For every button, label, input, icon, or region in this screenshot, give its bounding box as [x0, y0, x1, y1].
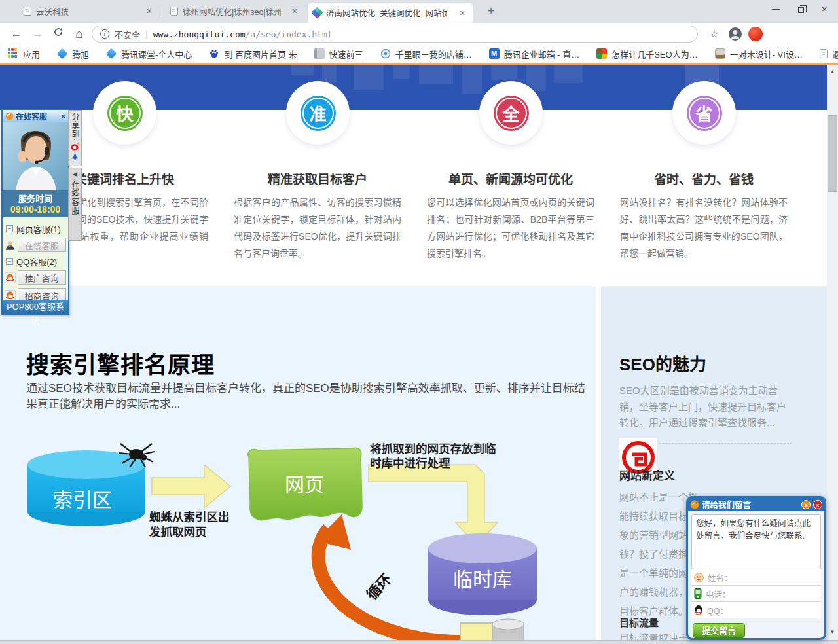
pop800-footer[interactable]: POP800客服系统	[3, 300, 68, 313]
address-divider: |	[145, 29, 148, 39]
clock-icon	[380, 48, 391, 59]
tencent-diamond-icon	[106, 48, 117, 60]
window-close-button[interactable]: ×	[814, 1, 834, 18]
gray-box	[492, 619, 524, 640]
share-widget: 分享到·	[68, 110, 82, 166]
bookmark-label: 一对木设计- VI设…	[730, 48, 803, 60]
scrollbar-thumb[interactable]	[828, 115, 837, 192]
banner-decoration	[462, 65, 482, 94]
tab-title: 徐州网站优化|徐州seo|徐州网站	[183, 5, 281, 18]
save-badge-icon: 省	[687, 96, 722, 131]
collapse-arrow-icon: ◀	[73, 171, 77, 177]
tab-xuzhou[interactable]: 徐州网站优化|徐州seo|徐州网站 ×	[165, 0, 305, 22]
message-popup-title: 请给我们留言	[702, 498, 799, 510]
precise-badge-icon: 准	[301, 96, 336, 131]
store-caption-line1: 将抓取到的网页存放到临	[370, 442, 496, 456]
bookmark-label: 千里眼－我的店铺…	[395, 48, 472, 60]
qq-field[interactable]: QQ：	[691, 602, 821, 618]
tab-jinan-active[interactable]: 济南网站优化_关键词优化_网站优 ×	[308, 3, 473, 23]
qq-icon	[5, 272, 16, 283]
bookmark-kuaisu[interactable]: 快速前三	[314, 48, 363, 60]
url-host: www.zhongqitui.com	[153, 29, 246, 39]
bookmark-label: 腾讯企业邮箱 - 直…	[504, 48, 580, 60]
renren-icon[interactable]	[71, 152, 79, 161]
collapse-minus-icon[interactable]: −	[6, 258, 13, 265]
scroll-down-icon[interactable]: ▼	[827, 629, 838, 635]
scroll-up-icon[interactable]: ▲	[827, 69, 838, 75]
new-tab-button[interactable]: +	[483, 3, 500, 20]
url-path: /a/seo/index.html	[246, 29, 333, 39]
profile-avatar-icon[interactable]	[728, 27, 742, 41]
feature-circle-precise: 准	[286, 81, 350, 145]
banner-decoration	[491, 65, 517, 80]
address-bar[interactable]: i 不安全 | www.zhongqitui.com/a/seo/index.h…	[92, 26, 698, 43]
apps-grid-icon	[8, 48, 18, 59]
submit-message-button[interactable]: 提交留言	[693, 623, 745, 638]
bookmark-qianliyan[interactable]: 千里眼－我的店铺…	[380, 48, 472, 60]
bookmark-baidu-images[interactable]: 到 百度图片首页 来	[209, 48, 297, 60]
qq-promo-button[interactable]: 推广咨询	[18, 270, 66, 285]
group-label: 网页客服(1)	[16, 223, 61, 235]
online-service-button[interactable]: 在线客服	[18, 238, 66, 252]
spider-caption-line1: 蜘蛛从索引区出	[149, 510, 230, 524]
name-field[interactable]: 姓名：	[691, 569, 821, 586]
banner-decoration	[291, 65, 314, 75]
online-service-row[interactable]: 在线客服	[5, 238, 66, 252]
bookmark-design[interactable]: 一对木设计- VI设…	[715, 48, 803, 60]
home-button[interactable]: ⌂	[71, 26, 88, 43]
message-popup: 请给我们留言 ▾ × 您好，如果您有什么疑问请点此处留言，我们会尽快与您联系. …	[686, 496, 826, 640]
web-service-group[interactable]: − 网页客服(1)	[6, 223, 66, 235]
reload-button[interactable]	[50, 26, 67, 43]
tab-yunwo[interactable]: 云沃科技 ×	[18, 0, 160, 22]
restore-icon	[798, 7, 804, 13]
qq-promo-row[interactable]: 推广咨询	[5, 270, 66, 285]
bookmark-tengxu[interactable]: 腾旭	[57, 48, 89, 60]
weibo-icon[interactable]	[71, 143, 80, 151]
service-hours: 服务时间 09:00-18:00	[3, 190, 68, 217]
browser-menu-button[interactable]	[748, 27, 763, 41]
reload-icon	[53, 27, 64, 37]
url-text: www.zhongqitui.com/a/seo/index.html	[153, 29, 333, 39]
bookmark-label: 快速前三	[329, 48, 363, 60]
bookmark-apps[interactable]: 应用	[8, 48, 40, 60]
tab-close-icon[interactable]: ×	[457, 8, 467, 18]
banner-decoration	[419, 65, 453, 84]
service-panel-close-icon[interactable]: ×	[61, 112, 65, 121]
feature-circle-save: 省	[672, 81, 736, 145]
name-label: 姓名：	[708, 571, 733, 584]
service-panel-titlebar[interactable]: 在线客服 ×	[3, 110, 68, 122]
sidebar-paragraph-seo: SEO大区别是由被动营销变为主动营销，坐等客户上门，快速提升目标客户转化。用户通…	[619, 383, 795, 431]
bookmark-label: 腾旭	[72, 48, 89, 60]
bookmark-exmail[interactable]: M 腾讯企业邮箱 - 直…	[489, 48, 580, 60]
collapse-minus-icon[interactable]: −	[6, 225, 13, 232]
message-popup-titlebar[interactable]: 请给我们留言 ▾ ×	[688, 497, 824, 511]
tab-separator	[162, 7, 162, 16]
info-icon[interactable]: i	[100, 29, 109, 39]
window-minimize-button[interactable]: —	[766, 1, 786, 18]
banner-decoration	[393, 65, 410, 79]
banner-decoration	[354, 65, 384, 90]
forward-button[interactable]: →	[29, 26, 46, 43]
online-service-tab[interactable]: ◀ 在线客服	[68, 168, 82, 241]
webpage-label: 网页	[285, 474, 324, 495]
baidu-paw-icon	[209, 48, 219, 59]
person-face-icon	[694, 573, 704, 582]
page-scrollbar[interactable]: ▲ ▼	[827, 65, 838, 640]
tab-close-icon[interactable]: ×	[289, 6, 300, 16]
bookmark-seo-article[interactable]: 怎样让几千SEO人为…	[596, 48, 697, 60]
bookmark-label: 退出	[832, 48, 838, 60]
back-button[interactable]: ←	[8, 26, 25, 43]
greeting-message-box[interactable]: 您好，如果您有什么疑问请点此处留言，我们会尽快与您联系.	[691, 514, 821, 569]
window-restore-button[interactable]	[791, 1, 811, 18]
feature-text: 网站没排名？有排名没转化？网站体验不好、跳出率太高？这些统统不是问题，济南中企推…	[620, 194, 788, 262]
bookmark-star-icon[interactable]: ☆	[706, 26, 723, 43]
bookmark-exit[interactable]: 退出	[820, 48, 838, 60]
popup-close-icon[interactable]: ×	[813, 500, 822, 509]
sidebar-heading-newdef: 网站新定义	[619, 467, 675, 483]
popup-minimize-icon[interactable]: ▾	[801, 500, 811, 509]
tab-close-icon[interactable]: ×	[144, 6, 155, 16]
phone-field[interactable]: 电话：	[691, 586, 821, 602]
qq-service-group[interactable]: − QQ客服(2)	[6, 255, 66, 268]
bookmark-tencent-classroom[interactable]: 腾讯课堂-个人中心	[106, 48, 192, 60]
fast-badge-icon: 快	[107, 96, 143, 131]
